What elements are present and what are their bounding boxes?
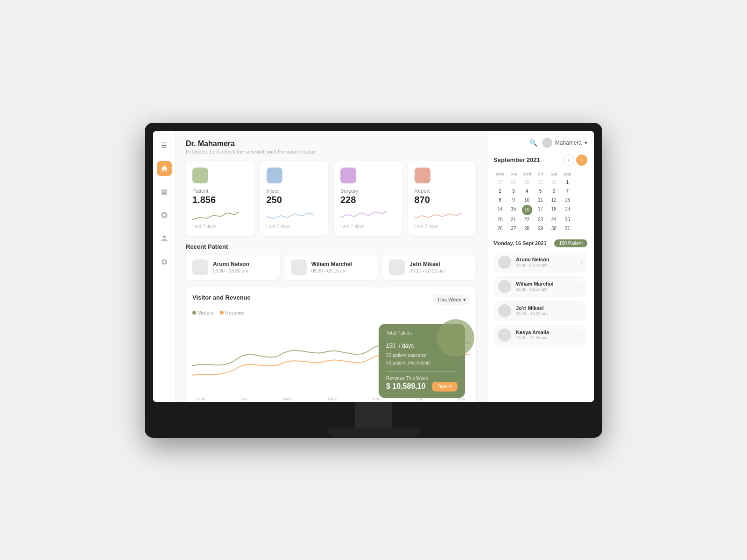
- patient-card-2[interactable]: Jefri Mikael 09.10 - 10.20 am: [382, 255, 476, 280]
- chevron-right-icon-2: ›: [581, 308, 583, 314]
- calendar-nav-group: ‹ ›: [563, 154, 587, 166]
- cal-day-24[interactable]: 24: [547, 216, 560, 224]
- cal-day-25[interactable]: 25: [561, 216, 574, 224]
- cal-day-19[interactable]: 19: [561, 205, 574, 215]
- stat-icon-surgery: [340, 168, 356, 183]
- cal-day-4[interactable]: 4: [521, 187, 534, 196]
- stat-card-report: Report 870 Last 7 days: [408, 161, 477, 236]
- patient-card-1[interactable]: Wiliam Marchel 08.30 - 09.10 am: [284, 255, 378, 280]
- calendar-header: September 2021 ‹ ›: [493, 154, 587, 166]
- calendar-prev[interactable]: ‹: [563, 154, 574, 166]
- page-subtitle: Hi Doctor, Let's check the schedule with…: [186, 149, 476, 154]
- cal-day-17[interactable]: 17: [534, 205, 547, 215]
- patient-name-0: Arumi Nelson: [213, 261, 249, 267]
- cal-day-30prev[interactable]: 30: [534, 178, 547, 187]
- monitor-stand-neck: [355, 402, 392, 427]
- stat-period-surgery: Last 7 days: [340, 224, 396, 229]
- schedule-name-1: Wiliam Marchol: [516, 281, 576, 287]
- search-icon[interactable]: 🔍: [529, 139, 537, 147]
- stat-icon-report: [415, 168, 430, 183]
- sidebar-item-reports[interactable]: [157, 208, 172, 223]
- schedule-item-0[interactable]: Arumi Nelsón 08.00 - 08.30 am ›: [493, 252, 587, 273]
- user-badge[interactable]: Mahamera ▾: [542, 138, 587, 148]
- stat-label-report: Report: [415, 188, 470, 194]
- page-header: Dr. Mahamera Hi Doctor, Let's check the …: [186, 140, 476, 154]
- patients-grid: Arumi Nelson 08.00 - 08.30 am Wiliam Mar…: [186, 255, 476, 280]
- cal-day-29prev[interactable]: 29: [521, 178, 534, 187]
- cal-day-1[interactable]: 1: [561, 178, 574, 187]
- cal-day-3[interactable]: 3: [507, 187, 520, 196]
- schedule-time-2: 09.10 - 10.20 am: [516, 311, 576, 316]
- details-button[interactable]: Details: [432, 382, 458, 392]
- cal-day-20[interactable]: 20: [493, 216, 507, 224]
- cal-day-18[interactable]: 18: [547, 205, 560, 215]
- patient-info-1: Wiliam Marchel 08.30 - 09.10 am: [311, 261, 352, 273]
- cal-day-9[interactable]: 9: [507, 196, 520, 204]
- sidebar: ☰: [153, 131, 176, 402]
- stat-card-patient: Patient 1.856 Last 7 days: [186, 161, 254, 236]
- cal-day-27prev[interactable]: 27: [493, 178, 507, 187]
- cal-day-5[interactable]: 5: [534, 187, 547, 196]
- cal-day-23[interactable]: 23: [534, 216, 547, 224]
- right-panel: 🔍 Mahamera ▾ September 2021 ‹ › Mon: [486, 131, 594, 402]
- patient-avatar-0: [192, 259, 208, 275]
- stat-value-report: 870: [415, 195, 470, 205]
- chart-title: Visitor and Revenue: [192, 294, 251, 301]
- cal-day-empty2: [574, 187, 587, 196]
- cal-day-13[interactable]: 13: [561, 196, 574, 204]
- stat-chart-inject: [267, 208, 313, 222]
- schedule-item-1[interactable]: Wiliam Marchol 08.30 - 09.10 am ›: [493, 276, 587, 297]
- cal-day-26[interactable]: 26: [493, 224, 507, 233]
- cal-day-16-today[interactable]: 16: [522, 205, 532, 215]
- schedule-item-3[interactable]: Nesya Amalia 10.20 - 11.30 am ›: [493, 325, 587, 345]
- cal-day-6[interactable]: 6: [547, 187, 560, 196]
- recent-patient-title: Recent Patient: [186, 243, 476, 250]
- menu-icon[interactable]: ☰: [157, 138, 172, 153]
- cal-day-11[interactable]: 11: [534, 196, 547, 204]
- sidebar-item-settings[interactable]: [157, 254, 172, 269]
- patient-time-0: 08.00 - 08.30 am: [213, 268, 249, 273]
- user-avatar: [542, 138, 552, 148]
- sidebar-item-patients[interactable]: [157, 231, 172, 246]
- schedule-header: Monday, 16 Sept 2021 150 Patient: [493, 239, 587, 247]
- cal-day-21[interactable]: 21: [507, 216, 520, 224]
- cal-day-10[interactable]: 10: [521, 196, 534, 204]
- cal-day-31prev[interactable]: 31: [547, 178, 560, 187]
- cal-day-29[interactable]: 29: [534, 224, 547, 233]
- cal-day-22[interactable]: 22: [521, 216, 534, 224]
- stat-period-report: Last 7 days: [415, 224, 470, 229]
- calendar-next[interactable]: ›: [576, 154, 587, 166]
- cal-day-31[interactable]: 31: [561, 224, 574, 233]
- cal-day-27[interactable]: 27: [507, 224, 520, 233]
- cal-day-2[interactable]: 2: [493, 187, 507, 196]
- tooltip-stats: 20 patient canceled50 patient reschedule: [386, 352, 458, 367]
- sidebar-item-home[interactable]: [157, 161, 172, 176]
- patient-card-0[interactable]: Arumi Nelson 08.00 - 08.30 am: [186, 255, 280, 280]
- stat-chart-patient: [192, 208, 239, 222]
- cal-day-8[interactable]: 8: [493, 196, 507, 204]
- cal-day-28[interactable]: 28: [521, 224, 534, 233]
- schedule-avatar-2: [498, 304, 511, 317]
- schedule-item-2[interactable]: Jo'ri Mikael 09.10 - 10.20 am ›: [493, 301, 587, 321]
- schedule-time-0: 08.00 - 08.30 am: [516, 263, 576, 267]
- cal-day-12[interactable]: 12: [547, 196, 560, 204]
- cal-day-28prev[interactable]: 28: [507, 178, 520, 187]
- cal-day-15[interactable]: 15: [507, 205, 520, 215]
- week-selector[interactable]: This Week ▾: [433, 295, 470, 305]
- schedule-info-3: Nesya Amalia 10.20 - 11.30 am: [516, 329, 576, 340]
- cal-day-7[interactable]: 7: [561, 187, 574, 196]
- schedule-avatar-0: [498, 256, 511, 269]
- schedule-time-3: 10.20 - 11.30 am: [516, 336, 576, 340]
- patient-info-0: Arumi Nelson 08.00 - 08.30 am: [213, 261, 249, 273]
- stat-chart-surgery: [340, 208, 387, 222]
- cal-header-sat: Sat: [547, 170, 560, 178]
- stat-icon-patient: [192, 168, 208, 183]
- sidebar-item-schedule[interactable]: [157, 184, 172, 199]
- stat-label-inject: Inject: [267, 188, 322, 194]
- cal-day-30[interactable]: 30: [547, 224, 560, 233]
- cal-day-14[interactable]: 14: [493, 205, 507, 215]
- patient-avatar-2: [389, 259, 405, 275]
- tooltip-revenue-value: $ 10,589,10: [386, 382, 426, 391]
- cal-day-empty6: [574, 224, 587, 233]
- cal-day-empty4: [574, 205, 587, 215]
